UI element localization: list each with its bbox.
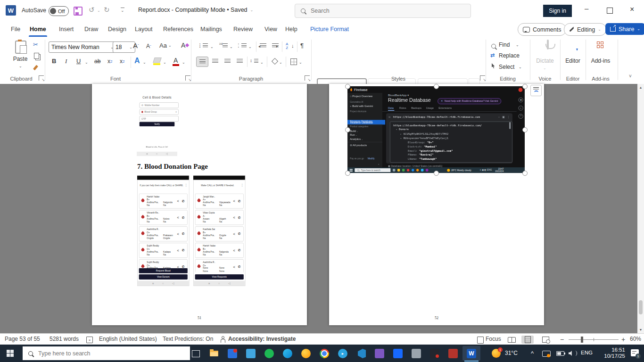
tab-mailings[interactable]: Mailings	[199, 21, 223, 37]
taskbar-search-input[interactable]	[37, 350, 171, 357]
bullets-dropdown-icon[interactable]: ⌄	[210, 45, 214, 49]
start-button[interactable]	[7, 350, 14, 357]
proofing-icon[interactable]: ×	[86, 337, 93, 343]
text-effects-button[interactable]: A	[134, 57, 140, 65]
font-name-combobox[interactable]: Times New Roman ⌄	[49, 41, 116, 53]
tab-layout[interactable]: Layout	[133, 21, 154, 37]
page-indicator[interactable]: Page 53 of 55	[5, 336, 40, 342]
customize-toolbar-icon[interactable]: ⌄	[121, 8, 124, 13]
sort-icon[interactable]: AZ	[286, 42, 288, 50]
read-mode-button[interactable]	[505, 336, 518, 344]
borders-icon[interactable]	[290, 58, 297, 65]
tab-view[interactable]: View	[263, 21, 279, 37]
comments-button[interactable]: Comments	[518, 23, 566, 36]
subscript-button[interactable]: x2	[107, 58, 112, 65]
change-case-button[interactable]: Aa⌄	[159, 42, 172, 49]
underline-button[interactable]: U	[76, 58, 81, 65]
align-right-button[interactable]	[222, 57, 233, 66]
telegram-icon[interactable]: ▸	[338, 348, 348, 359]
close-button[interactable]: ×	[630, 5, 634, 14]
save-icon[interactable]	[74, 7, 83, 16]
language-indicator[interactable]: ENG	[581, 350, 593, 355]
strikethrough-button[interactable]: ab	[94, 58, 100, 65]
pinned-app-icon[interactable]	[411, 348, 421, 359]
tab-references[interactable]: References	[162, 21, 195, 37]
find-dropdown-icon[interactable]: ⌄	[516, 43, 519, 47]
selection-handle[interactable]	[345, 127, 350, 132]
task-view-icon[interactable]	[190, 348, 201, 359]
align-center-button[interactable]	[209, 57, 221, 66]
selection-handle[interactable]	[434, 84, 439, 89]
clock[interactable]: 16:51 10/17/25	[597, 347, 625, 359]
embedded-image-firebase-console[interactable]: Firebase ⌂ Project Overview Generative A…	[347, 86, 525, 173]
redo-icon[interactable]: ↻	[104, 6, 110, 14]
zoom-out-button[interactable]: −	[560, 336, 564, 343]
word-taskbar-icon[interactable]: W	[466, 348, 477, 359]
find-button[interactable]: Find	[499, 41, 510, 48]
undo-dropdown-icon[interactable]: ⌄	[97, 8, 100, 13]
paragraph-dialog-launcher[interactable]	[305, 75, 310, 81]
shading-icon[interactable]	[272, 58, 278, 65]
tab-insert[interactable]: Insert	[58, 21, 75, 37]
superscript-button[interactable]: x2	[120, 58, 124, 65]
decrease-indent-icon[interactable]	[260, 43, 266, 49]
undo-icon[interactable]: ↺	[89, 6, 95, 14]
pinned-app-icon[interactable]	[246, 348, 256, 359]
search-input[interactable]	[310, 7, 453, 15]
shading-dropdown-icon[interactable]: ⌄	[279, 60, 282, 65]
select-button[interactable]: Select	[499, 64, 514, 70]
volume-icon[interactable]	[569, 351, 573, 356]
text-predictions[interactable]: Text Predictions: On	[163, 336, 213, 342]
font-color-dropdown-icon[interactable]: ⌄	[182, 60, 185, 65]
selection-handle[interactable]	[434, 171, 439, 176]
autosave-toggle[interactable]: Off	[49, 6, 69, 16]
chrome-icon[interactable]	[319, 348, 330, 359]
maximize-button[interactable]	[607, 8, 613, 14]
spotify-icon[interactable]	[264, 348, 274, 359]
document-page-52[interactable]: Firebase ⌂ Project Overview Generative A…	[329, 84, 544, 325]
tab-design[interactable]: Design	[107, 21, 128, 37]
line-spacing-dropdown-icon[interactable]: ⌄	[260, 60, 264, 65]
zoom-in-button[interactable]: +	[621, 336, 625, 343]
pinned-app-icon[interactable]	[227, 348, 238, 359]
zoom-level[interactable]: 60%	[630, 336, 641, 342]
accessibility-status[interactable]: Accessibility: Investigate	[228, 336, 296, 342]
battery-icon[interactable]	[556, 351, 564, 356]
editing-mode-button[interactable]: Editing ⌄	[564, 23, 606, 36]
borders-dropdown-icon[interactable]: ⌄	[299, 60, 302, 65]
web-layout-button[interactable]	[539, 336, 552, 344]
multilevel-dropdown-icon[interactable]: ⌄	[248, 45, 252, 49]
vscode-icon[interactable]	[356, 348, 366, 359]
weather-temp[interactable]: 31°C	[505, 350, 518, 356]
editor-button[interactable]: Editor	[560, 58, 586, 64]
firefox-icon[interactable]	[301, 348, 311, 359]
font-dialog-launcher[interactable]	[185, 75, 190, 81]
share-button[interactable]: Share ⌄	[605, 23, 644, 35]
numbering-dropdown-icon[interactable]: ⌄	[230, 45, 233, 49]
select-dropdown-icon[interactable]: ⌄	[519, 65, 522, 69]
tray-expand-icon[interactable]: ^	[531, 350, 534, 357]
font-size-combobox[interactable]: 18 ⌄	[113, 41, 135, 53]
selection-handle[interactable]	[522, 127, 528, 132]
sign-in-button[interactable]: Sign in	[543, 5, 572, 17]
selection-handle[interactable]	[522, 171, 528, 176]
bold-button[interactable]: B	[52, 58, 56, 65]
highlight-dropdown-icon[interactable]: ⌄	[163, 60, 166, 65]
layout-options-button[interactable]	[530, 85, 542, 96]
selection-handle[interactable]	[345, 171, 350, 176]
selection-handle[interactable]	[345, 84, 350, 89]
styles-dialog-launcher[interactable]	[480, 75, 485, 81]
paste-button[interactable]: Paste ⌄	[8, 40, 32, 74]
pinned-app-icon[interactable]	[374, 348, 385, 359]
taskbar-search-box[interactable]	[23, 346, 190, 360]
add-ins-button[interactable]: Add-ins	[586, 58, 616, 64]
grow-font-button[interactable]: Aˆ	[133, 41, 139, 49]
show-formatting-marks-icon[interactable]: ¶	[300, 42, 304, 49]
pinned-app-icon[interactable]	[429, 348, 440, 359]
clear-formatting-button[interactable]: A	[181, 41, 189, 49]
zoom-slider-thumb[interactable]	[581, 337, 583, 343]
format-painter-icon[interactable]	[33, 65, 38, 71]
focus-button[interactable]: Focus	[486, 336, 501, 342]
document-title[interactable]: Report.docx - Compatibility Mode • Saved…	[138, 7, 253, 13]
file-explorer-icon[interactable]	[209, 348, 219, 359]
